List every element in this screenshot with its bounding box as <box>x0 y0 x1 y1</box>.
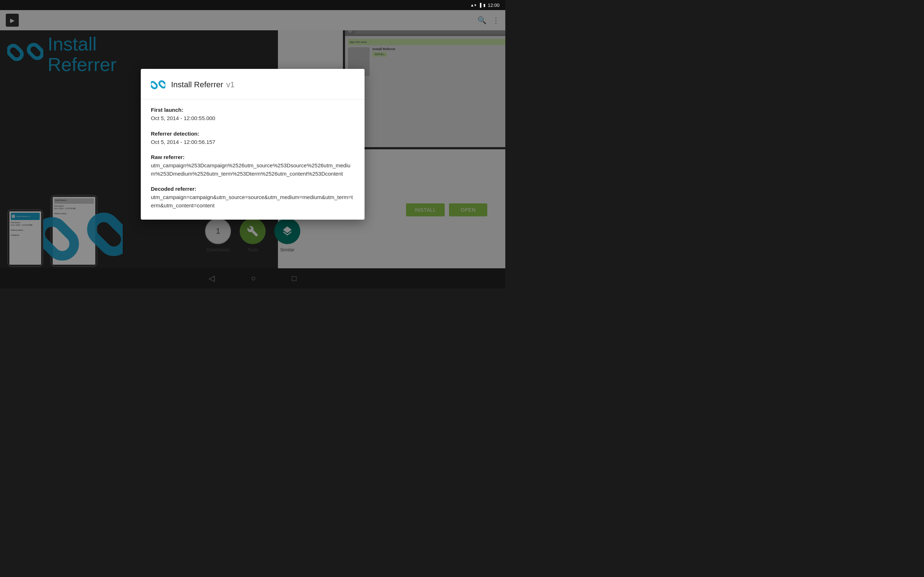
battery-icon: ▮ <box>483 3 485 8</box>
field-first-launch: First launch: Oct 5, 2014 - 12:00:55.000 <box>151 107 354 122</box>
modal-title-block: Install Referrer v1 <box>171 80 234 89</box>
modal-version: v1 <box>226 80 234 89</box>
modal-app-icon <box>151 77 165 92</box>
status-bar: ▲▾ ▐ ▮ 12:00 <box>0 0 505 10</box>
status-time: 12:00 <box>488 3 499 8</box>
svg-rect-5 <box>158 80 165 89</box>
modal-body: First launch: Oct 5, 2014 - 12:00:55.000… <box>141 100 365 220</box>
field-value-raw-referrer: utm_campaign%253Dcampaign%2526utm_source… <box>151 161 354 178</box>
field-raw-referrer: Raw referrer: utm_campaign%253Dcampaign%… <box>151 154 354 178</box>
wifi-icon: ▲▾ <box>470 3 477 8</box>
field-label-decoded-referrer: Decoded referrer: <box>151 186 354 192</box>
modal-header: Install Referrer v1 <box>141 69 365 100</box>
field-label-raw-referrer: Raw referrer: <box>151 154 354 160</box>
field-label-referrer-detection: Referrer detection: <box>151 131 354 137</box>
field-label-first-launch: First launch: <box>151 107 354 113</box>
svg-rect-4 <box>151 81 158 89</box>
field-value-referrer-detection: Oct 5, 2014 - 12:00:56.157 <box>151 138 354 147</box>
field-decoded-referrer: Decoded referrer: utm_campaign=campaign&… <box>151 186 354 210</box>
signal-icon: ▐ <box>478 3 481 7</box>
field-value-first-launch: Oct 5, 2014 - 12:00:55.000 <box>151 114 354 122</box>
modal-app-name: Install Referrer <box>171 80 223 89</box>
field-value-decoded-referrer: utm_campaign=campaign&utm_source=source&… <box>151 193 354 210</box>
status-icons: ▲▾ ▐ ▮ 12:00 <box>470 3 499 8</box>
field-referrer-detection: Referrer detection: Oct 5, 2014 - 12:00:… <box>151 131 354 147</box>
modal-dialog: Install Referrer v1 First launch: Oct 5,… <box>141 69 365 220</box>
